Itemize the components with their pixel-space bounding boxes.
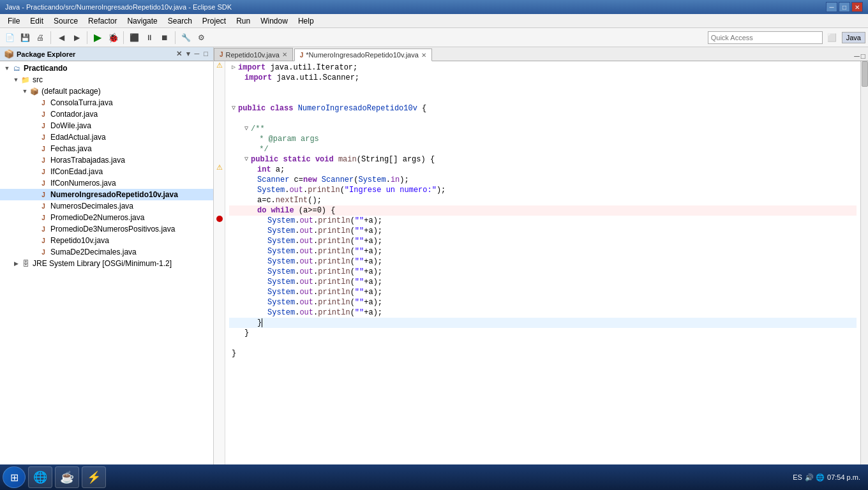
panel-min-btn[interactable]: ─ xyxy=(193,50,201,58)
code-line xyxy=(229,114,857,124)
panel-max-btn[interactable]: □ xyxy=(202,50,209,58)
tab-maximize-btn[interactable]: □ xyxy=(861,52,865,61)
code-line: do while (a>=0) { xyxy=(229,205,857,216)
maximize-editor-btn[interactable]: ⬜ xyxy=(825,31,839,45)
panel-header-controls: ✕ ▾ ─ □ xyxy=(175,50,209,58)
tree-file-numeroingresado[interactable]: J NumeroIngresadoRepetido10v.java xyxy=(0,189,213,200)
menu-source[interactable]: Source xyxy=(49,15,83,27)
tree-project[interactable]: ▼ 🗂 Practicando xyxy=(0,63,213,74)
tab-minimize-btn[interactable]: ─ xyxy=(854,52,860,61)
tree-file-dowile[interactable]: J DoWile.java xyxy=(0,120,213,131)
editor-tabs: J Repetido10v.java ✕ J *NumeroIngresadoR… xyxy=(214,47,868,61)
toolbar-back[interactable]: ◀ xyxy=(54,31,68,45)
tree-file-promedio2[interactable]: J PromedioDe2Numeros.java xyxy=(0,212,213,223)
jre-label: JRE System Library [OSGi/Minimum-1.2] xyxy=(33,259,172,268)
menu-edit[interactable]: Edit xyxy=(25,15,49,27)
toolbar-sep4 xyxy=(175,31,176,44)
tree-file-consolaturra[interactable]: J ConsolaTurra.java xyxy=(0,97,213,108)
menu-refactor[interactable]: Refactor xyxy=(83,15,122,27)
toolbar-btn6[interactable]: ⏹ xyxy=(158,31,172,45)
java-perspective-btn[interactable]: Java xyxy=(842,32,865,43)
code-editor[interactable]: ▷ import java.util.Iterator; import java… xyxy=(225,61,860,466)
tree-file-ifconnumeros[interactable]: J IfConNumeros.java xyxy=(0,177,213,189)
code-line: System.out.println(""+a); xyxy=(229,277,857,287)
code-line: System.out.println(""+a); xyxy=(229,216,857,226)
tree-view: ▼ 🗂 Practicando ▼ 📁 src ▼ 📦 (default pac… xyxy=(0,61,213,475)
close-button[interactable]: ✕ xyxy=(851,2,863,12)
tree-src[interactable]: ▼ 📁 src xyxy=(0,74,213,85)
minimize-button[interactable]: ─ xyxy=(826,2,837,12)
tab-label: Repetido10v.java xyxy=(226,51,280,59)
code-line xyxy=(229,338,857,348)
toolbar-sep1 xyxy=(50,31,51,44)
toolbar-sep2 xyxy=(87,31,87,44)
default-pkg-label: (default package) xyxy=(41,87,101,96)
quick-access-input[interactable] xyxy=(708,31,823,44)
tree-file-numerosdecimales[interactable]: J NumerosDecimales.java xyxy=(0,200,213,212)
java-icon: J xyxy=(38,235,49,246)
tab-close-btn2[interactable]: ✕ xyxy=(421,52,426,59)
toolbar-new[interactable]: 📄 xyxy=(3,31,17,45)
menu-project[interactable]: Project xyxy=(197,15,231,27)
toolbar-btn4[interactable]: ⬛ xyxy=(127,31,141,45)
java-icon: J xyxy=(38,178,49,188)
right-gutter xyxy=(860,61,868,466)
code-line: ▽ /** xyxy=(229,124,857,134)
tab-numeroingresado[interactable]: J *NumeroIngresadoRepetido10v.java ✕ xyxy=(294,48,432,61)
toolbar-btn8[interactable]: ⚙ xyxy=(194,31,208,45)
panel-minimize-btn[interactable]: ✕ xyxy=(175,50,183,58)
toolbar-btn7[interactable]: 🔧 xyxy=(179,31,193,45)
file-label: EdadActual.java xyxy=(50,133,106,142)
toolbar-debug[interactable]: 🐞 xyxy=(106,31,120,45)
code-line: System.out.println(""+a); xyxy=(229,308,857,318)
windows-logo: ⊞ xyxy=(10,471,19,484)
code-line: Scanner c=new Scanner(System.in); xyxy=(229,175,857,185)
tree-file-repetido10v[interactable]: J Repetido10v.java xyxy=(0,235,213,246)
tree-file-horastrabajadas[interactable]: J HorasTrabajadas.java xyxy=(0,154,213,166)
taskbar-java[interactable]: ☕ xyxy=(55,466,79,488)
taskbar-browser[interactable]: 🌐 xyxy=(28,466,52,488)
panel-collapse-btn[interactable]: ▾ xyxy=(185,50,191,58)
tree-file-contador[interactable]: J Contador.java xyxy=(0,108,213,120)
restore-button[interactable]: □ xyxy=(839,2,850,12)
src-label: src xyxy=(33,75,43,84)
java-icon: J xyxy=(38,132,49,142)
package-explorer-panel: 📦 Package Explorer ✕ ▾ ─ □ ▼ 🗂 Practican… xyxy=(0,47,214,475)
tree-jre[interactable]: ▶ 🗄 JRE System Library [OSGi/Minimum-1.2… xyxy=(0,258,213,269)
menu-navigate[interactable]: Navigate xyxy=(122,15,162,27)
panel-title: Package Explorer xyxy=(17,50,75,58)
tree-file-ifconedad[interactable]: J IfConEdad.java xyxy=(0,166,213,177)
menu-run[interactable]: Run xyxy=(231,15,255,27)
tree-file-edadactual[interactable]: J EdadActual.java xyxy=(0,131,213,143)
toolbar-btn2[interactable]: 💾 xyxy=(18,31,32,45)
start-button[interactable]: ⊞ xyxy=(3,466,26,488)
toolbar-btn3[interactable]: 🖨 xyxy=(33,31,47,45)
java-icon: J xyxy=(38,212,49,223)
tree-file-suma2decimales[interactable]: J SumaDe2Decimales.java xyxy=(0,246,213,258)
menu-bar: File Edit Source Refactor Navigate Searc… xyxy=(0,14,868,28)
tree-default-package[interactable]: ▼ 📦 (default package) xyxy=(0,85,213,97)
title-bar-controls: ─ □ ✕ xyxy=(826,2,863,12)
java-icon: J xyxy=(38,144,49,154)
title-bar: Java - Practicando/src/NumeroIngresadoRe… xyxy=(0,0,868,14)
toolbar-fwd[interactable]: ▶ xyxy=(70,31,84,45)
menu-file[interactable]: File xyxy=(3,15,25,27)
project-icon: 🗂 xyxy=(11,63,22,73)
tree-file-promedio3[interactable]: J PromedioDe3NumerosPositivos.java xyxy=(0,223,213,235)
code-line: System.out.println(""+a); xyxy=(229,287,857,297)
toolbar: 📄 💾 🖨 ◀ ▶ ▶ 🐞 ⬛ ⏸ ⏹ 🔧 ⚙ ⬜ Java xyxy=(0,28,868,47)
toolbar-run[interactable]: ▶ xyxy=(91,31,105,45)
java-icon: J xyxy=(38,201,49,211)
toolbar-sep3 xyxy=(123,31,124,44)
menu-search[interactable]: Search xyxy=(163,15,197,27)
tab-repetido10v[interactable]: J Repetido10v.java ✕ xyxy=(214,48,293,61)
tree-file-fechas[interactable]: J Fechas.java xyxy=(0,143,213,154)
menu-help[interactable]: Help xyxy=(293,15,319,27)
code-line: import java.util.Scanner; xyxy=(229,73,857,83)
menu-window[interactable]: Window xyxy=(255,15,293,27)
toolbar-btn5[interactable]: ⏸ xyxy=(142,31,156,45)
file-label: SumaDe2Decimales.java xyxy=(50,248,137,256)
taskbar-app3[interactable]: ⚡ xyxy=(82,466,106,488)
code-line: ▽ public class NumeroIngresadoRepetido10… xyxy=(229,103,857,114)
tab-close-btn[interactable]: ✕ xyxy=(282,51,287,58)
